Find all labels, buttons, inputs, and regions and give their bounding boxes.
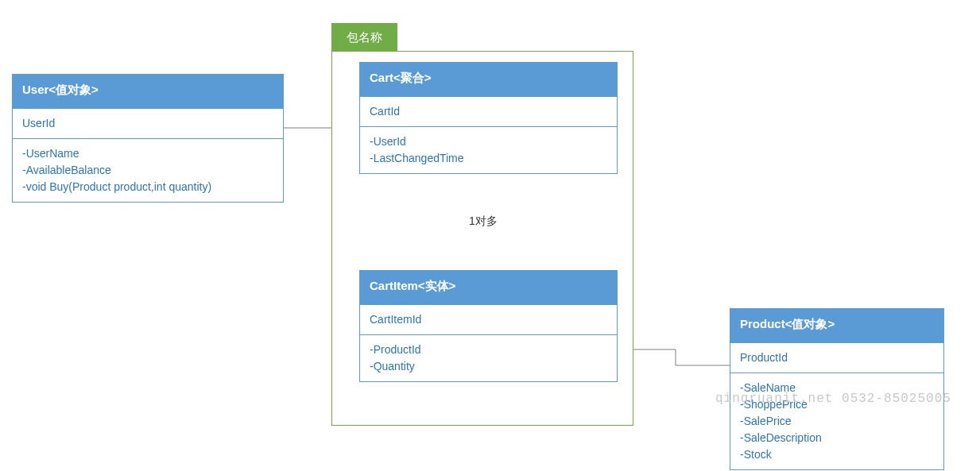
class-user-id: UserId — [13, 109, 283, 138]
class-user-attrs: -UserName -AvailableBalance -void Buy(Pr… — [13, 138, 283, 202]
class-user-id-field: UserId — [22, 115, 273, 132]
watermark-text: qingruanit.net 0532-85025005 — [715, 392, 951, 406]
class-cart-id: CartId — [360, 97, 617, 126]
attr: -void Buy(Product product,int quantity) — [22, 179, 273, 195]
attr: -SalePrice — [740, 413, 934, 430]
class-product-id: ProductId — [730, 343, 943, 373]
relation-cart-cartitem-label: 1对多 — [469, 214, 498, 229]
class-cart-attrs: -UserId -LastChangedTime — [360, 126, 617, 173]
attr: -Stock — [740, 446, 934, 463]
package-label: 包名称 — [347, 30, 382, 44]
attr: -Quantity — [370, 358, 607, 375]
class-cartitem: CartItem<实体> CartItemId -ProductId -Quan… — [359, 270, 618, 382]
class-cartitem-id: CartItemId — [360, 305, 617, 334]
class-product: Product<值对象> ProductId -SaleName -Shoppe… — [730, 308, 944, 470]
class-product-attrs: -SaleName -ShoppePrice -SalePrice -SaleD… — [730, 373, 943, 469]
class-product-id-field: ProductId — [740, 349, 934, 366]
attr: -UserId — [370, 133, 607, 150]
class-cart: Cart<聚合> CartId -UserId -LastChangedTime — [359, 62, 618, 174]
attr: -AvailableBalance — [22, 162, 273, 179]
class-cartitem-attrs: -ProductId -Quantity — [360, 334, 617, 381]
class-product-title: Product<值对象> — [730, 309, 943, 343]
class-cart-title: Cart<聚合> — [360, 63, 617, 97]
class-cartitem-id-field: CartItemId — [370, 311, 607, 328]
attr: -ProductId — [370, 342, 607, 358]
class-cart-id-field: CartId — [370, 103, 607, 120]
attr: -LastChangedTime — [370, 150, 607, 167]
attr: -SaleDescription — [740, 430, 934, 446]
class-cartitem-title: CartItem<实体> — [360, 271, 617, 305]
attr: -UserName — [22, 145, 273, 162]
package-tab: 包名称 — [331, 23, 397, 52]
class-user: User<值对象> UserId -UserName -AvailableBal… — [12, 74, 284, 203]
class-user-title: User<值对象> — [13, 75, 283, 109]
